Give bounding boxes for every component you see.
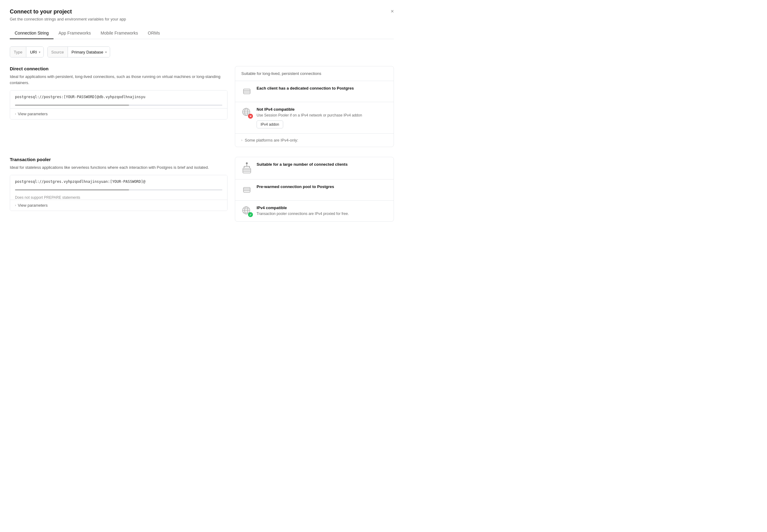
source-filter-label: Source xyxy=(48,47,68,57)
tab-app-frameworks[interactable]: App Frameworks xyxy=(54,28,96,39)
direct-info-row1: Suitable for long-lived, persistent conn… xyxy=(235,66,394,81)
tabs-nav: Connection String App Frameworks Mobile … xyxy=(10,28,394,39)
direct-code-footer: › View parameters xyxy=(10,108,227,119)
database-icon xyxy=(241,86,252,97)
modal-subtitle: Get the connection strings and environme… xyxy=(10,17,394,21)
direct-connection-left: Direct connection Ideal for applications… xyxy=(10,66,228,147)
ipv4-incompatible-badge: ✕ xyxy=(248,114,253,119)
direct-connection-code-box: postgresql://postgres:[YOUR-PASSWORD]@db… xyxy=(10,90,228,120)
direct-connection-string: postgresql://postgres:[YOUR-PASSWORD]@db… xyxy=(10,91,227,103)
close-button[interactable]: × xyxy=(389,7,395,15)
modal-title: Connect to your project xyxy=(10,9,394,15)
ipv4-addon-button[interactable]: IPv4 addon xyxy=(257,120,283,128)
source-filter-group: Source Primary Database ▾ xyxy=(47,46,110,57)
transaction-pooler-section: Transaction pooler Ideal for stateless a… xyxy=(10,157,394,222)
direct-connection-title: Direct connection xyxy=(10,66,228,71)
transaction-info-row2-text: Pre-warmed connection pool to Postgres xyxy=(257,184,387,190)
transaction-scrollbar-track xyxy=(15,189,222,190)
ipv4-platforms-row[interactable]: › Some platforms are IPv4-only: xyxy=(235,134,394,147)
transaction-info-row1: Suitable for a large number of connected… xyxy=(235,157,394,179)
transaction-pooler-info-panel: Suitable for a large number of connected… xyxy=(235,157,394,222)
filters-row: Type URI ▾ Source Primary Database ▾ xyxy=(10,46,394,57)
direct-connection-section: Direct connection Ideal for applications… xyxy=(10,66,394,147)
source-chevron-icon: ▾ xyxy=(105,50,107,54)
transaction-pooler-desc: Ideal for stateless applications like se… xyxy=(10,164,228,171)
transaction-code-footer: › View parameters xyxy=(10,200,227,211)
transaction-view-params-button[interactable]: › View parameters xyxy=(15,203,48,208)
globe-ipv4-compatible-icon-wrapper: ✓ xyxy=(241,205,252,216)
transaction-pooler-code-box: postgresql://postgres.vyhpzqodlhnajinsyu… xyxy=(10,175,228,211)
direct-scrollbar-thumb[interactable] xyxy=(15,105,129,106)
pooled-db-icon xyxy=(241,184,252,195)
svg-rect-16 xyxy=(243,187,250,192)
transaction-pooler-title: Transaction pooler xyxy=(10,157,228,162)
transaction-info-row3-text: IPv4 compatible Transaction pooler conne… xyxy=(257,205,387,216)
transaction-scrollbar-row xyxy=(10,188,227,193)
transaction-scrollbar-thumb[interactable] xyxy=(15,189,129,190)
transaction-pooler-note: Does not support PREPARE statements xyxy=(10,193,227,200)
ipv4-compatible-badge: ✓ xyxy=(248,212,253,217)
ipv4-platforms-chevron-icon: › xyxy=(241,139,242,142)
transaction-pooler-string: postgresql://postgres.vyhpzqodlhnajinsyu… xyxy=(10,175,227,188)
direct-connection-desc: Ideal for applications with persistent, … xyxy=(10,74,228,86)
transaction-info-row2: Pre-warmed connection pool to Postgres xyxy=(235,179,394,201)
pooler-icon xyxy=(241,162,252,174)
transaction-pooler-left: Transaction pooler Ideal for stateless a… xyxy=(10,157,228,222)
direct-info-row2-text: Each client has a dedicated connection t… xyxy=(257,86,387,91)
direct-view-params-button[interactable]: › View parameters xyxy=(15,112,48,116)
direct-chevron-right-icon: › xyxy=(15,112,16,116)
svg-rect-0 xyxy=(243,89,250,94)
tab-orms[interactable]: ORMs xyxy=(143,28,165,39)
svg-rect-13 xyxy=(243,168,251,173)
direct-scrollbar-row xyxy=(10,103,227,108)
source-filter-select[interactable]: Primary Database ▾ xyxy=(68,47,110,57)
direct-info-row3: ✕ Not IPv4 compatible Use Session Pooler… xyxy=(235,102,394,134)
type-chevron-icon: ▾ xyxy=(39,50,40,54)
globe-ipv4-icon-wrapper: ✕ xyxy=(241,107,252,118)
modal-header: Connect to your project Get the connecti… xyxy=(10,9,394,21)
transaction-chevron-right-icon: › xyxy=(15,204,16,207)
direct-info-row3-text: Not IPv4 compatible Use Session Pooler i… xyxy=(257,107,387,128)
type-filter-group: Type URI ▾ xyxy=(10,46,44,57)
transaction-info-row1-text: Suitable for a large number of connected… xyxy=(257,162,387,168)
direct-info-row2: Each client has a dedicated connection t… xyxy=(235,81,394,102)
svg-point-8 xyxy=(246,162,248,164)
tab-mobile-frameworks[interactable]: Mobile Frameworks xyxy=(96,28,143,39)
tab-connection-string[interactable]: Connection String xyxy=(10,28,54,39)
transaction-info-row3: ✓ IPv4 compatible Transaction pooler con… xyxy=(235,201,394,221)
type-filter-label: Type xyxy=(10,47,26,57)
connect-modal: Connect to your project Get the connecti… xyxy=(0,0,404,241)
direct-connection-info-panel: Suitable for long-lived, persistent conn… xyxy=(235,66,394,147)
type-filter-select[interactable]: URI ▾ xyxy=(26,47,43,57)
direct-scrollbar-track xyxy=(15,105,222,106)
